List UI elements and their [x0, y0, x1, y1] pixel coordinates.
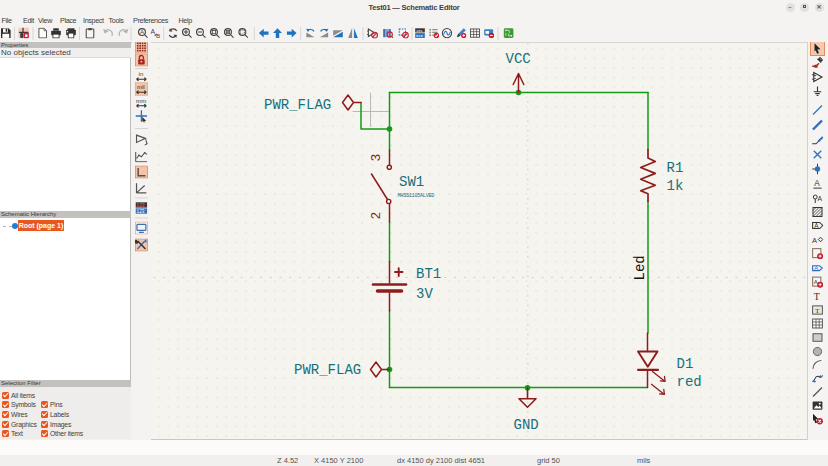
svg-text:PWR_FLAG: PWR_FLAG [264, 97, 331, 113]
svg-text:SW1: SW1 [399, 174, 424, 190]
svg-text:2: 2 [369, 212, 384, 220]
svg-text:GND: GND [514, 417, 539, 433]
svg-text:red: red [677, 374, 702, 390]
svg-text:VCC: VCC [506, 51, 531, 67]
svg-text:R1: R1 [667, 160, 684, 176]
svg-text:D1: D1 [677, 356, 694, 372]
svg-text:BT1: BT1 [416, 266, 441, 282]
svg-text:PWR_FLAG: PWR_FLAG [294, 362, 361, 378]
svg-text:1k: 1k [667, 178, 684, 194]
svg-text:MHSS1105ALVED: MHSS1105ALVED [398, 193, 435, 199]
svg-text:3: 3 [369, 154, 384, 162]
svg-text:Led: Led [632, 255, 648, 280]
svg-text:3V: 3V [416, 286, 433, 302]
